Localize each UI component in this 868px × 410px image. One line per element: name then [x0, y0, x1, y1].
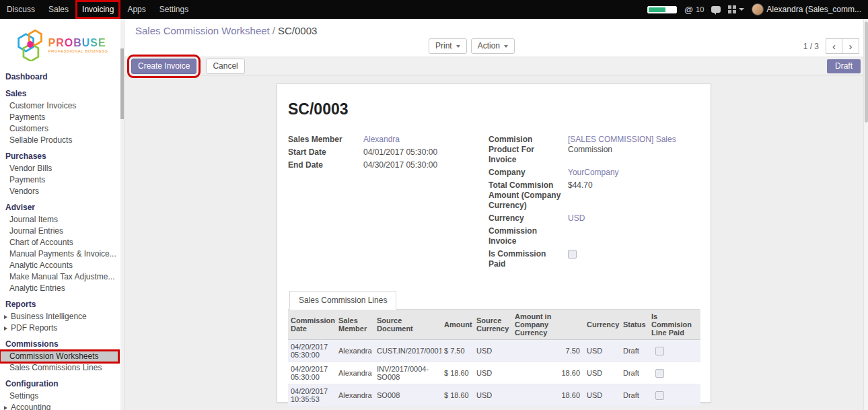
field-column-right: Commision Product For Invoice [SALES COM…: [489, 135, 700, 272]
sidebar-section-purchases[interactable]: Purchases: [0, 149, 118, 163]
cell-status: Draft: [620, 384, 649, 407]
logo-title: PROBUSE: [48, 37, 108, 49]
cell-status: Draft: [620, 362, 649, 384]
activity-menu[interactable]: @ 10: [684, 5, 704, 15]
is-commission-paid-checkbox[interactable]: [568, 250, 577, 259]
company-link[interactable]: YourCompany: [568, 168, 619, 177]
control-panel: Sales Commission Worksheet/SC/0003 Print…: [124, 19, 863, 57]
pager-next-button[interactable]: ›: [842, 38, 859, 54]
line-paid-checkbox[interactable]: [655, 391, 664, 400]
table-row[interactable]: 04/20/2017 05:30:00 Alexandra INV/2017/0…: [288, 362, 700, 384]
form-sheet: SC/0003 Sales Member Alexandra Start Dat…: [277, 83, 711, 403]
commission-product-link[interactable]: [SALES COMMISSION] Sales: [568, 135, 676, 144]
expand-arrow-icon: [4, 327, 7, 331]
menu-invoicing[interactable]: Invoicing: [75, 0, 120, 19]
table-row[interactable]: 04/20/2017 10:35:53 Alexandra SO008 $ 18…: [288, 384, 700, 407]
menu-discuss[interactable]: Discuss: [0, 0, 42, 19]
cell-source: CUST.IN/2017/0001: [374, 340, 441, 362]
sidebar-scrollbar[interactable]: [120, 19, 124, 410]
page-scrollbar[interactable]: [863, 19, 868, 410]
sidebar-item-chart-of-accounts[interactable]: Chart of Accounts: [0, 237, 118, 248]
sidebar-item-customers[interactable]: Customers: [0, 123, 118, 135]
sidebar-item-business-intelligence[interactable]: Business Intelligence: [0, 311, 118, 322]
cancel-button[interactable]: Cancel: [206, 59, 244, 74]
action-label: Action: [478, 42, 500, 50]
battery-fill: [649, 7, 665, 12]
field-is-commission-paid: Is Commission Paid: [489, 249, 700, 269]
cell-company-amount: 7.50: [512, 340, 584, 362]
line-paid-checkbox[interactable]: [655, 369, 664, 378]
sidebar-item-label: PDF Reports: [11, 324, 57, 333]
field-group: Sales Member Alexandra Start Date 04/01/…: [288, 135, 700, 272]
messages-menu[interactable]: [711, 6, 721, 13]
cell-member: Alexandra: [336, 362, 374, 384]
currency-link[interactable]: USD: [568, 213, 585, 223]
sidebar-section-configuration[interactable]: Configuration: [0, 377, 118, 390]
sidebar-nav: Dashboard Sales Customer Invoices Paymen…: [0, 66, 124, 410]
pager-value: 1 / 3: [803, 42, 819, 51]
menu-settings[interactable]: Settings: [153, 0, 195, 19]
page-scrollbar-thumb[interactable]: [865, 22, 868, 123]
col-currency: Currency: [584, 310, 620, 340]
action-button[interactable]: Action: [471, 38, 515, 54]
debug-menu[interactable]: [728, 5, 744, 13]
sidebar-item-journal-entries[interactable]: Journal Entries: [0, 226, 118, 237]
sidebar-item-analytic-entries[interactable]: Analytic Entries: [0, 283, 118, 294]
end-date-value: 04/30/2017 05:30:00: [363, 160, 489, 170]
commission-invoice-value: [568, 226, 700, 246]
sidebar-section-dashboard[interactable]: Dashboard: [0, 70, 118, 83]
tab-sales-commission-lines[interactable]: Sales Commission Lines: [289, 291, 396, 310]
sidebar-item-journal-items[interactable]: Journal Items: [0, 214, 118, 226]
sidebar-section-commissions[interactable]: Commissions: [0, 337, 118, 351]
sidebar-section-adviser[interactable]: Adviser: [0, 201, 118, 214]
field-company: Company YourCompany: [489, 168, 700, 178]
sidebar-item-payments[interactable]: Payments: [0, 112, 118, 123]
print-button[interactable]: Print: [429, 38, 467, 54]
cell-date: 04/20/2017 10:35:53: [288, 384, 336, 407]
pager-previous-button[interactable]: ‹: [826, 38, 842, 54]
sidebar-item-sellable-products[interactable]: Sellable Products: [0, 135, 118, 146]
sidebar-scrollbar-thumb[interactable]: [120, 48, 124, 119]
menu-sales[interactable]: Sales: [42, 0, 75, 19]
total-amount-value: $44.70: [568, 180, 700, 211]
cell-status: Draft: [620, 340, 649, 362]
probuse-logo: PROBUSE PROFESSIONAL BUSINESS: [0, 19, 124, 66]
cell-currency: USD: [584, 362, 620, 384]
field-label: Commission Invoice: [489, 226, 568, 246]
user-menu[interactable]: Alexandra (Sales_comm...: [752, 3, 861, 15]
print-label: Print: [435, 42, 452, 50]
breadcrumb-parent[interactable]: Sales Commission Worksheet: [135, 25, 270, 36]
sidebar-item-manual-tax-adjustment[interactable]: Make Manual Tax Adjustme...: [0, 271, 118, 283]
sidebar-item-customer-invoices[interactable]: Customer Invoices: [0, 100, 118, 112]
expand-arrow-icon: [4, 315, 7, 319]
line-paid-checkbox[interactable]: [655, 347, 664, 355]
breadcrumb-separator: /: [273, 25, 275, 36]
create-invoice-button[interactable]: Create Invoice: [131, 59, 196, 74]
cell-company-amount: 18.60: [512, 384, 584, 407]
sidebar-section-sales[interactable]: Sales: [0, 87, 118, 100]
sidebar-item-accounting[interactable]: Accounting: [0, 402, 118, 410]
cell-source: SO008: [374, 384, 441, 407]
cell-amount: $ 7.50: [441, 340, 474, 362]
form-content: SC/0003 Sales Member Alexandra Start Dat…: [124, 75, 863, 410]
cell-source-currency: USD: [474, 340, 512, 362]
sidebar-item-sales-commissions-lines[interactable]: Sales Commissions Lines: [0, 362, 118, 374]
sidebar-item-commission-worksheets[interactable]: Commission Worksheets: [0, 351, 118, 362]
sidebar-item-analytic-accounts[interactable]: Analytic Accounts: [0, 260, 118, 271]
sidebar-item-manual-payments[interactable]: Manual Payments & Invoice...: [0, 248, 118, 260]
sidebar-item-vendor-bills[interactable]: Vendor Bills: [0, 163, 118, 174]
user-avatar: [752, 3, 764, 15]
menu-apps[interactable]: Apps: [120, 0, 152, 19]
field-label: Is Commission Paid: [489, 249, 568, 269]
table-row[interactable]: 04/20/2017 05:30:00 Alexandra CUST.IN/20…: [288, 340, 700, 362]
sidebar-item-settings[interactable]: Settings: [0, 390, 118, 402]
col-sales-member: Sales Member: [336, 310, 374, 340]
col-source-currency: Source Currency: [474, 310, 512, 340]
sidebar-item-payments-purchase[interactable]: Payments: [0, 174, 118, 186]
battery-indicator[interactable]: [647, 6, 677, 13]
sidebar-item-vendors[interactable]: Vendors: [0, 186, 118, 197]
sidebar-item-pdf-reports[interactable]: PDF Reports: [0, 322, 118, 334]
sales-member-link[interactable]: Alexandra: [363, 135, 400, 144]
sidebar-section-reports[interactable]: Reports: [0, 298, 118, 311]
col-is-commission-line-paid: Is Commision Line Paid: [649, 310, 700, 340]
